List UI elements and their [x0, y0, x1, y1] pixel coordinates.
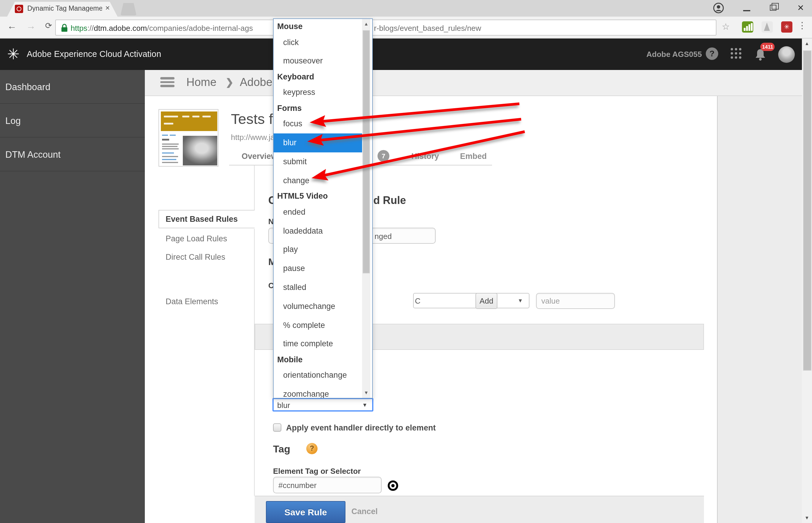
url-text: https://dtm.adobe.com/companies/adobe-in… — [71, 24, 253, 33]
breadcrumb-bar: Home ❯ Adobe — [145, 70, 812, 96]
hamburger-menu-icon[interactable] — [160, 77, 174, 89]
extension-rocket-icon[interactable] — [762, 21, 773, 33]
add-button[interactable]: Add — [476, 293, 497, 309]
apply-handler-checkbox[interactable] — [273, 423, 281, 432]
nav-item-data-elements[interactable]: Data Elements — [166, 297, 218, 306]
url-text-tail: r-blogs/event_based_rules/new — [374, 24, 481, 33]
sidebar: DashboardLogDTM Account — [0, 70, 145, 523]
event-option-orientationchange[interactable]: orientationchange — [274, 366, 362, 385]
site-thumbnail — [158, 109, 219, 167]
sidebar-item-log[interactable]: Log — [0, 104, 145, 138]
event-option-click[interactable]: click — [274, 33, 362, 52]
rule-name-value-fragment: nged — [375, 232, 392, 241]
window-minimize-button[interactable] — [743, 10, 750, 11]
scroll-up-icon[interactable]: ▲ — [362, 19, 370, 29]
dropdown-scrollbar[interactable]: ▲ ▼ — [362, 19, 370, 398]
save-rule-button[interactable]: Save Rule — [266, 501, 345, 523]
window-restore-button[interactable] — [770, 5, 776, 11]
browser-menu-icon[interactable]: ⋮ — [798, 20, 807, 31]
event-option-blur[interactable]: blur — [274, 133, 362, 152]
app-grid-icon[interactable] — [731, 48, 742, 59]
event-option-stalled[interactable]: stalled — [274, 278, 362, 297]
main-area: Tests fo http://www.ja OverviewHistoryEm… — [145, 96, 812, 523]
reload-button[interactable]: ⟳ — [45, 21, 52, 30]
event-type-select[interactable]: blur ▼ — [273, 398, 373, 412]
notification-badge: 1411 — [760, 43, 775, 51]
screen: Dynamic Tag Manageme ✕ ✕ ← → ⟳ https://d… — [0, 0, 812, 523]
scroll-up-icon[interactable]: ▲ — [802, 38, 812, 49]
sidebar-item-dashboard[interactable]: Dashboard — [0, 70, 145, 104]
breadcrumb-chevron-icon: ❯ — [226, 76, 234, 88]
bookmark-star-icon[interactable]: ☆ — [722, 21, 730, 32]
app-header: ✳ Adobe Experience Cloud Activation Adob… — [0, 38, 812, 70]
extension-adobe-icon[interactable]: ✳ — [781, 21, 792, 33]
url-bar[interactable]: https://dtm.adobe.com/companies/adobe-in… — [55, 20, 716, 36]
event-option-loadeddata[interactable]: loadeddata — [274, 221, 362, 240]
nav-item-event-based-rules[interactable]: Event Based Rules — [166, 215, 238, 223]
browser-profile-icon[interactable] — [713, 2, 724, 14]
nav-divider — [254, 229, 255, 496]
page-scrollbar[interactable]: ▲ ▼ — [802, 38, 812, 523]
breadcrumb-home[interactable]: Home — [186, 76, 217, 89]
sidebar-item-dtm-account[interactable]: DTM Account — [0, 138, 145, 172]
new-tab-button[interactable] — [121, 3, 137, 15]
apply-handler-label: Apply event handler directly to element — [286, 423, 436, 432]
cancel-button[interactable]: Cancel — [351, 507, 378, 516]
browser-toolbar: ← → ⟳ https://dtm.adobe.com/companies/ad… — [0, 17, 812, 38]
event-option-ended[interactable]: ended — [274, 202, 362, 221]
scrollbar-thumb[interactable] — [803, 50, 811, 371]
event-type-dropdown-popup: MouseclickmouseoverKeyboardkeypressForms… — [273, 18, 373, 398]
form-heading-fragment-right: d Rule — [373, 195, 406, 207]
help-icon[interactable]: ? — [706, 48, 718, 60]
breadcrumb-current[interactable]: Adobe — [240, 76, 273, 89]
tag-heading: Tag — [273, 444, 290, 455]
select-arrow-icon: ▼ — [362, 402, 367, 408]
event-option--complete[interactable]: % complete — [274, 316, 362, 335]
window-close-button[interactable]: ✕ — [797, 3, 804, 13]
rules-count-badge: 7 — [378, 150, 390, 162]
nav-item-direct-call-rules[interactable]: Direct Call Rules — [166, 253, 225, 262]
event-option-play[interactable]: play — [274, 240, 362, 259]
extension-analytics-icon[interactable] — [742, 21, 753, 33]
forward-button[interactable]: → — [26, 21, 36, 32]
selector-label: Element Tag or Selector — [273, 467, 361, 475]
form-footer: Save Rule Cancel — [255, 496, 704, 523]
event-option-volumechange[interactable]: volumechange — [274, 297, 362, 316]
nav-divider — [254, 165, 255, 210]
nav-item-page-load-rules[interactable]: Page Load Rules — [166, 234, 227, 243]
user-avatar[interactable] — [778, 46, 795, 63]
content-card: Tests fo http://www.ja OverviewHistoryEm… — [145, 96, 718, 523]
scrollbar-thumb[interactable] — [363, 30, 370, 273]
browser-tab-bar: Dynamic Tag Manageme ✕ ✕ — [0, 0, 812, 17]
event-option-focus[interactable]: focus — [274, 115, 362, 134]
thumbnail-photo — [183, 136, 217, 165]
lock-icon — [61, 24, 68, 32]
tab-title: Dynamic Tag Manageme — [27, 5, 102, 12]
dtm-favicon-icon — [15, 5, 23, 13]
condition-select[interactable]: C ▼ — [413, 293, 530, 308]
scroll-down-icon[interactable]: ▼ — [802, 513, 812, 523]
select-arrow-icon: ▼ — [518, 298, 523, 304]
tab-history[interactable]: History — [411, 152, 439, 161]
tab-embed[interactable]: Embed — [460, 152, 487, 161]
property-url-fragment: http://www.ja — [231, 133, 275, 142]
tab-overview[interactable]: Overview — [242, 152, 277, 161]
condition-value-input[interactable] — [536, 293, 615, 309]
event-option-zoomchange[interactable]: zoomchange — [274, 385, 362, 398]
scroll-down-icon[interactable]: ▼ — [362, 388, 370, 398]
event-option-submit[interactable]: submit — [274, 152, 362, 172]
tag-help-icon[interactable]: ? — [306, 443, 317, 454]
product-title: Adobe Experience Cloud Activation — [27, 49, 161, 59]
account-name[interactable]: Adobe AGS055 — [646, 50, 702, 59]
activation-logo-icon: ✳ — [7, 46, 20, 63]
target-picker-icon[interactable] — [387, 480, 399, 491]
tab-close-icon[interactable]: ✕ — [105, 5, 110, 11]
selector-input[interactable] — [273, 477, 382, 493]
back-button[interactable]: ← — [7, 21, 17, 32]
event-option-pause[interactable]: pause — [274, 259, 362, 278]
